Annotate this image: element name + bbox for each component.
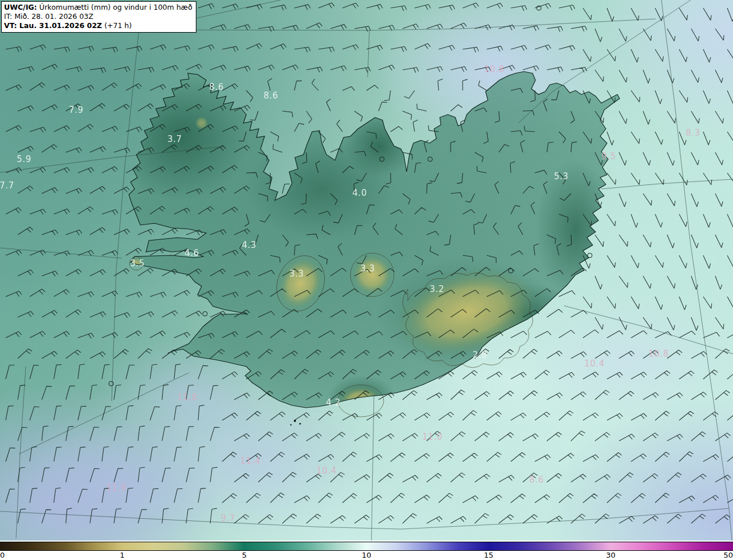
precip-min-label: 3.7 xyxy=(167,134,182,144)
calm-wind-icon xyxy=(588,253,592,258)
colorbar-tick: 5 xyxy=(242,551,246,559)
calm-wind-icon xyxy=(109,381,113,386)
precip-max-label: 10.8 xyxy=(484,64,504,74)
model-id: UWC/IG: xyxy=(4,3,37,11)
title-line-1: UWC/IG: Úrkomumætti (mm) og vindur i 100… xyxy=(4,3,192,12)
precip-max-label: 10.8 xyxy=(648,349,668,359)
precip-min-label: 7.9 xyxy=(69,105,83,115)
precip-max-label: 8.3 xyxy=(685,128,700,138)
precip-min-label: 7.7 xyxy=(0,180,14,191)
precip-min-label: 3.5 xyxy=(130,258,144,269)
title-line-3: VT: Lau. 31.01.2026 02Z (+71 h) xyxy=(4,21,192,30)
precip-max-label: 10.4 xyxy=(316,466,336,476)
precip-min-label: 4.2 xyxy=(326,397,340,408)
colorbar-tick: 30 xyxy=(606,551,616,559)
precip-min-label: 4.0 xyxy=(352,188,366,198)
precip-min-label: 3.3 xyxy=(289,269,304,279)
precip-min-label: 2.8 xyxy=(472,350,487,360)
precip-max-label: 11.9 xyxy=(106,483,126,493)
colorbar-gradient xyxy=(0,542,733,551)
colorbar-tick: 0 xyxy=(0,551,5,559)
precip-min-label: 4.3 xyxy=(242,240,256,250)
weather-map-app: 8.68.67.93.75.97.75.34.04.34.63.53.33.33… xyxy=(0,0,733,560)
glacier-drangajokull xyxy=(195,116,208,130)
colorbar: 01510153050 xyxy=(0,541,733,560)
precip-min-label: 5.3 xyxy=(554,171,568,182)
precip-max-label: 11.4 xyxy=(240,456,260,466)
terrain-dark-trollaskagi xyxy=(345,115,413,178)
title-box: UWC/IG: Úrkomumætti (mm) og vindur i 100… xyxy=(1,1,196,33)
precip-min-label: 3.3 xyxy=(360,263,375,274)
colorbar-tick: 50 xyxy=(723,551,733,559)
precip-min-label: 4.6 xyxy=(184,248,199,258)
precip-max-label: 10.4 xyxy=(584,358,604,369)
colorbar-tick: 15 xyxy=(484,551,494,559)
vestmannaeyjar-islands xyxy=(290,420,301,425)
precip-max-label: 9.7 xyxy=(220,513,235,523)
title-line-2: IT: Mið. 28. 01. 2026 03Z xyxy=(4,12,192,21)
valid-time: VT: Lau. 31.01.2026 02Z xyxy=(4,21,102,30)
colorbar-tick: 10 xyxy=(362,551,372,559)
glacier-hofsjokull xyxy=(352,254,393,295)
precip-max-label: 11.0 xyxy=(422,432,442,442)
precip-max-label: 9.5 xyxy=(601,151,616,161)
colorbar-tick: 1 xyxy=(120,551,124,559)
colorbar-tick-labels: 01510153050 xyxy=(0,551,733,560)
terrain-dark-eastfjords xyxy=(535,160,616,298)
init-time: IT: Mið. 28. 01. 2026 03Z xyxy=(4,12,93,21)
glacier-myrdalsjokull xyxy=(339,386,383,416)
precip-min-label: 8.6 xyxy=(209,82,223,92)
precip-min-label: 8.6 xyxy=(263,90,278,101)
precip-max-label: 11.8 xyxy=(177,392,197,403)
precip-min-label: 3.2 xyxy=(429,284,444,294)
calm-wind-icon xyxy=(203,311,207,316)
precip-min-label: 5.9 xyxy=(17,154,31,164)
precip-max-label: 8.6 xyxy=(529,475,543,485)
